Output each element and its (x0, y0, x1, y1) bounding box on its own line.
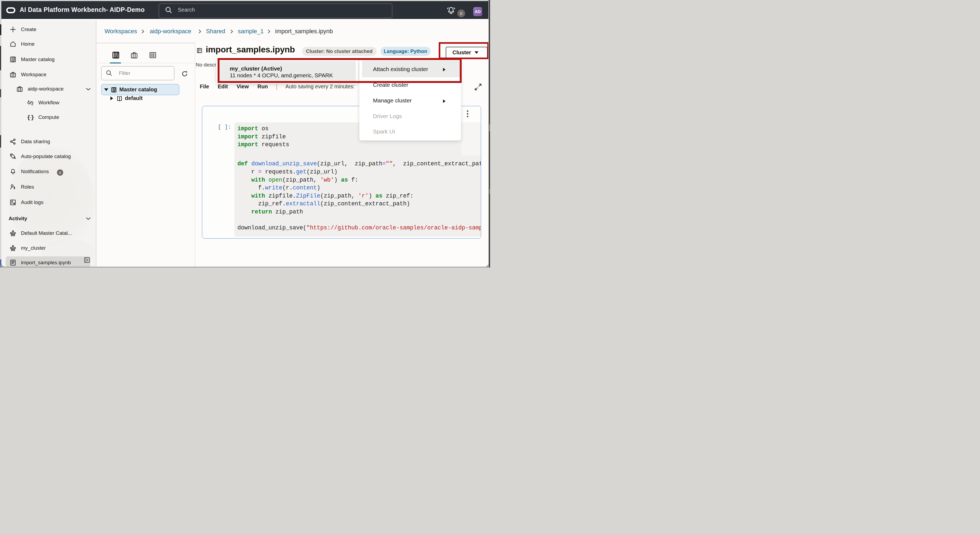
svg-text:{: { (27, 115, 30, 121)
